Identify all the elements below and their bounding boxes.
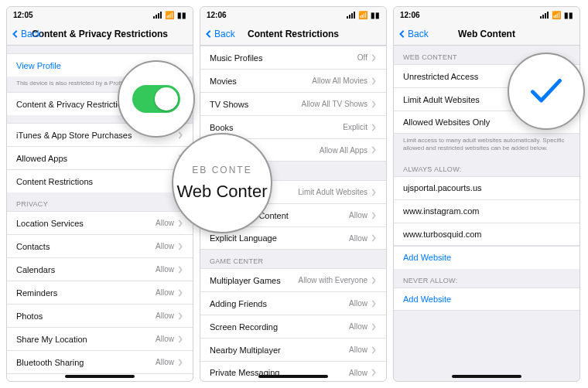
privacy-row[interactable]: RemindersAllow xyxy=(7,281,193,304)
gamecenter-row[interactable]: Screen RecordingAllow xyxy=(200,315,386,338)
privacy-row[interactable]: CalendarsAllow xyxy=(7,257,193,281)
row-content-restrictions[interactable]: Content Restrictions xyxy=(7,169,193,192)
row-value: Allow xyxy=(156,242,174,250)
home-indicator xyxy=(65,375,135,378)
chevron-right-icon xyxy=(371,212,377,220)
nav-bar: Back Content & Privacy Restrictions xyxy=(7,22,193,46)
nav-title: Content Restrictions xyxy=(248,29,339,39)
section-game-center: GAME CENTER xyxy=(200,250,386,268)
checkmark-icon xyxy=(527,76,566,107)
privacy-row[interactable]: Location ServicesAllow xyxy=(7,211,193,234)
magnifier-web-content: EB CONTE Web Conter xyxy=(172,133,272,233)
content-row[interactable]: TV ShowsAllow All TV Shows xyxy=(200,92,386,115)
wifi-icon: 📶 xyxy=(358,11,368,19)
cellular-icon xyxy=(347,12,355,19)
row-value: Allow All Movies xyxy=(312,77,368,85)
always-allow-site[interactable]: www.instagram.com xyxy=(394,199,579,223)
back-label: Back xyxy=(408,29,429,39)
row-value: Allow xyxy=(156,358,174,366)
back-button[interactable]: Back xyxy=(12,29,42,39)
chevron-right-icon xyxy=(371,189,377,196)
chevron-right-icon xyxy=(371,54,377,62)
chevron-right-icon xyxy=(177,289,183,297)
toggle-on-icon xyxy=(132,85,180,113)
chevron-right-icon xyxy=(371,124,377,131)
gamecenter-row[interactable]: Nearby MultiplayerAllow xyxy=(200,338,386,361)
content-row[interactable]: Music ProfilesOff xyxy=(200,46,386,69)
row-label: ujsportal.pacourts.us xyxy=(403,183,570,192)
row-value: Allow xyxy=(156,265,174,274)
row-label: Movies xyxy=(210,77,312,86)
nav-bar: Back Web Content xyxy=(394,22,579,46)
privacy-row[interactable]: Share My LocationAllow xyxy=(7,327,193,350)
privacy-row[interactable]: PhotosAllow xyxy=(7,304,193,327)
battery-icon: ▮▮ xyxy=(371,11,380,19)
row-allowed-apps[interactable]: Allowed Apps xyxy=(7,146,193,169)
row-value: Allow xyxy=(349,369,368,377)
section-never-allow: NEVER ALLOW: xyxy=(394,269,579,288)
row-value: Allow xyxy=(349,299,368,308)
row-label: Calendars xyxy=(16,265,156,274)
chevron-right-icon xyxy=(177,359,183,366)
gamecenter-row[interactable]: Multiplayer GamesAllow with Everyone xyxy=(200,268,386,291)
row-label: Reminders xyxy=(16,288,156,298)
chevron-right-icon xyxy=(177,335,183,343)
row-label: Photos xyxy=(16,311,156,321)
privacy-row[interactable]: Bluetooth SharingAllow xyxy=(7,350,193,373)
row-label: www.turbosquid.com xyxy=(403,230,570,239)
always-allow-site[interactable]: www.turbosquid.com xyxy=(394,223,579,246)
status-bar: 12:05 📶 ▮▮ xyxy=(7,7,193,22)
row-value: Allow All Apps xyxy=(320,146,368,155)
row-value: Limit Adult Websites xyxy=(298,188,368,196)
chevron-right-icon xyxy=(177,131,183,139)
magnifier-checkmark xyxy=(508,53,585,130)
magnified-row-text: Web Conter xyxy=(177,182,268,202)
chevron-right-icon xyxy=(177,243,183,250)
status-icons: 📶 ▮▮ xyxy=(347,11,380,19)
chevron-right-icon xyxy=(371,234,377,242)
row-label: TV Shows xyxy=(210,100,302,109)
gamecenter-row[interactable]: Private MessagingAllow xyxy=(200,361,386,381)
add-website-allow[interactable]: Add Website xyxy=(394,246,579,269)
row-value: Explicit xyxy=(343,123,368,131)
status-bar: 12:06 📶 ▮▮ xyxy=(200,7,386,22)
home-indicator xyxy=(452,375,521,378)
battery-icon: ▮▮ xyxy=(177,11,186,19)
row-value: Allow xyxy=(349,345,368,354)
chevron-right-icon xyxy=(371,277,377,284)
always-allow-site[interactable]: ujsportal.pacourts.us xyxy=(394,176,579,199)
clock: 12:05 xyxy=(13,11,33,19)
row-label: Screen Recording xyxy=(210,322,349,332)
row-value: Allow xyxy=(156,335,174,343)
home-indicator xyxy=(258,375,328,378)
section-privacy: PRIVACY xyxy=(7,192,193,211)
chevron-right-icon xyxy=(371,323,377,331)
chevron-right-icon xyxy=(371,300,377,308)
row-label: Bluetooth Sharing xyxy=(16,358,156,367)
content-row[interactable]: MoviesAllow All Movies xyxy=(200,69,386,92)
chevron-left-icon xyxy=(398,29,406,39)
nav-bar: Back Content Restrictions xyxy=(200,22,386,46)
privacy-row[interactable]: ContactsAllow xyxy=(7,234,193,257)
chevron-right-icon xyxy=(371,77,377,85)
chevron-right-icon xyxy=(371,100,377,108)
chevron-right-icon xyxy=(371,146,377,154)
row-value: Allow with Everyone xyxy=(299,276,368,284)
section-always-allow: ALWAYS ALLOW: xyxy=(394,158,579,176)
row-label: Multiplayer Games xyxy=(210,276,299,285)
back-button[interactable]: Back xyxy=(205,29,235,39)
clock: 12:06 xyxy=(400,11,420,19)
row-value: Allow xyxy=(156,219,174,227)
back-label: Back xyxy=(214,29,235,39)
add-website-never[interactable]: Add Website xyxy=(394,288,579,311)
back-button[interactable]: Back xyxy=(398,29,429,39)
chevron-right-icon xyxy=(177,266,183,274)
status-bar: 12:06 📶 ▮▮ xyxy=(394,7,579,22)
chevron-left-icon xyxy=(205,29,213,39)
status-icons: 📶 ▮▮ xyxy=(153,11,186,19)
nav-title: Web Content xyxy=(458,29,515,39)
clock: 12:06 xyxy=(207,11,227,19)
gamecenter-row[interactable]: Adding FriendsAllow xyxy=(200,291,386,315)
row-label: Nearby Multiplayer xyxy=(210,345,349,355)
chevron-right-icon xyxy=(371,369,377,376)
